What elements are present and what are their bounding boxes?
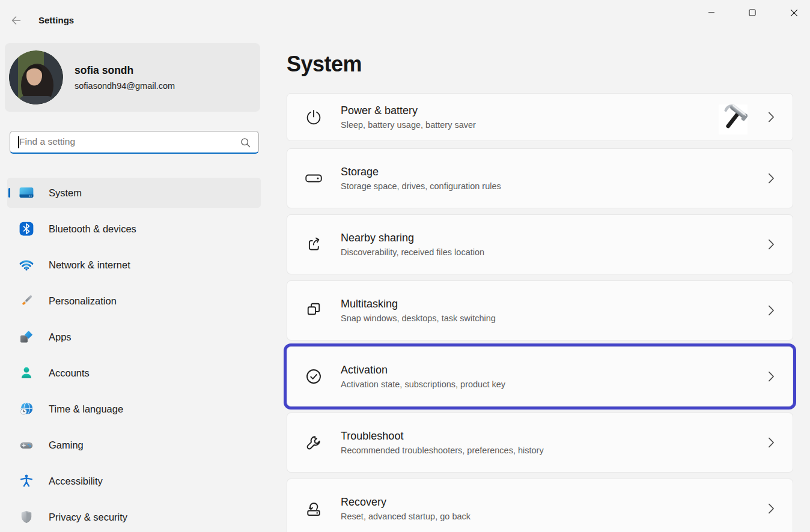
page-title: System bbox=[287, 52, 362, 77]
sidebar-item-label: Accessibility bbox=[49, 476, 103, 487]
close-button[interactable] bbox=[780, 0, 808, 25]
avatar bbox=[9, 50, 63, 104]
card-title: Multitasking bbox=[341, 298, 496, 310]
time-language-icon bbox=[19, 401, 34, 417]
sidebar-item-accounts[interactable]: Accounts bbox=[7, 358, 261, 388]
chevron-right-icon bbox=[768, 112, 775, 122]
sidebar-nav: System Bluetooth & devices Network & int… bbox=[7, 178, 261, 532]
card-subtitle: Recommended troubleshooters, preferences… bbox=[341, 446, 544, 455]
recovery-icon bbox=[305, 500, 323, 518]
card-subtitle: Activation state, subscriptions, product… bbox=[341, 379, 505, 389]
maximize-icon bbox=[749, 9, 756, 16]
sidebar-item-label: Gaming bbox=[49, 440, 84, 451]
settings-card-power-battery[interactable]: Power & battery Sleep, battery usage, ba… bbox=[287, 93, 793, 141]
chevron-right-icon bbox=[768, 305, 775, 316]
sidebar-item-label: Bluetooth & devices bbox=[49, 223, 136, 235]
chevron-right-icon bbox=[768, 173, 775, 184]
settings-card-troubleshoot[interactable]: Troubleshoot Recommended troubleshooters… bbox=[287, 413, 793, 473]
storage-icon bbox=[305, 169, 323, 187]
activation-icon bbox=[305, 367, 323, 385]
back-button[interactable] bbox=[7, 12, 25, 29]
card-title: Troubleshoot bbox=[341, 430, 544, 443]
accounts-icon bbox=[19, 365, 34, 381]
troubleshoot-icon bbox=[305, 434, 323, 452]
sidebar-item-label: System bbox=[49, 187, 82, 199]
close-icon bbox=[790, 9, 798, 17]
card-subtitle: Reset, advanced startup, go back bbox=[341, 512, 470, 521]
minimize-button[interactable] bbox=[698, 0, 725, 25]
sidebar-item-bluetooth-devices[interactable]: Bluetooth & devices bbox=[7, 214, 261, 244]
sidebar-item-personalization[interactable]: Personalization bbox=[7, 286, 261, 316]
card-subtitle: Discoverability, received files location bbox=[341, 247, 484, 257]
bluetooth-icon bbox=[19, 221, 34, 237]
card-title: Recovery bbox=[341, 496, 470, 509]
sidebar-item-accessibility[interactable]: Accessibility bbox=[7, 466, 261, 496]
selected-accent-bar bbox=[8, 188, 10, 198]
settings-card-list: Power & battery Sleep, battery usage, ba… bbox=[287, 93, 793, 532]
privacy-security-icon bbox=[19, 509, 34, 525]
search-box[interactable] bbox=[10, 131, 259, 154]
card-subtitle: Sleep, battery usage, battery saver bbox=[341, 120, 476, 130]
settings-card-recovery[interactable]: Recovery Reset, advanced startup, go bac… bbox=[287, 479, 793, 532]
hammer-cursor-icon bbox=[719, 104, 748, 135]
card-title: Storage bbox=[341, 166, 501, 178]
window-title: Settings bbox=[38, 15, 74, 25]
sidebar-item-label: Privacy & security bbox=[49, 512, 127, 523]
maximize-button[interactable] bbox=[738, 0, 766, 25]
apps-icon bbox=[19, 329, 34, 345]
multitasking-icon bbox=[305, 301, 323, 319]
card-title: Activation bbox=[341, 364, 505, 376]
sidebar-item-gaming[interactable]: Gaming bbox=[7, 430, 261, 460]
chevron-right-icon bbox=[768, 437, 775, 448]
sidebar-item-time-language[interactable]: Time & language bbox=[7, 394, 261, 424]
sidebar-item-system[interactable]: System bbox=[7, 178, 261, 208]
minimize-icon bbox=[708, 9, 715, 16]
sidebar-item-label: Apps bbox=[49, 331, 72, 343]
settings-card-storage[interactable]: Storage Storage space, drives, configura… bbox=[287, 148, 793, 208]
settings-card-activation[interactable]: Activation Activation state, subscriptio… bbox=[287, 346, 793, 407]
user-photo-icon bbox=[9, 50, 63, 104]
sidebar-item-apps[interactable]: Apps bbox=[7, 322, 261, 352]
gaming-icon bbox=[19, 437, 34, 453]
card-title: Nearby sharing bbox=[341, 232, 484, 244]
settings-card-multitasking[interactable]: Multitasking Snap windows, desktops, tas… bbox=[287, 280, 793, 340]
card-subtitle: Snap windows, desktops, task switching bbox=[341, 313, 496, 323]
back-arrow-icon bbox=[10, 14, 22, 26]
search-icon[interactable] bbox=[240, 138, 251, 148]
user-email: sofiasondh94@gmail.com bbox=[75, 81, 175, 91]
sidebar-item-label: Personalization bbox=[49, 295, 117, 307]
sidebar-item-label: Accounts bbox=[49, 367, 90, 379]
power-icon bbox=[305, 108, 323, 126]
network-icon bbox=[19, 257, 34, 273]
system-icon bbox=[19, 185, 34, 201]
settings-window: { "window": { "title": "Settings" }, "ti… bbox=[0, 0, 810, 532]
user-name: sofia sondh bbox=[75, 64, 133, 77]
user-account-card[interactable]: sofia sondh sofiasondh94@gmail.com bbox=[5, 43, 260, 112]
sidebar-item-label: Time & language bbox=[49, 404, 123, 415]
search-input[interactable] bbox=[19, 131, 236, 152]
nearby-sharing-icon bbox=[305, 235, 323, 253]
settings-card-nearby-sharing[interactable]: Nearby sharing Discoverability, received… bbox=[287, 214, 793, 274]
sidebar-item-label: Network & internet bbox=[49, 259, 130, 271]
sidebar-item-privacy-security[interactable]: Privacy & security bbox=[7, 502, 261, 532]
card-title: Power & battery bbox=[341, 104, 476, 117]
personalization-icon bbox=[19, 293, 34, 309]
card-subtitle: Storage space, drives, configuration rul… bbox=[341, 181, 501, 191]
chevron-right-icon bbox=[768, 239, 775, 250]
chevron-right-icon bbox=[768, 503, 775, 514]
chevron-right-icon bbox=[768, 371, 775, 382]
accessibility-icon bbox=[19, 473, 34, 489]
sidebar-item-network-internet[interactable]: Network & internet bbox=[7, 250, 261, 280]
